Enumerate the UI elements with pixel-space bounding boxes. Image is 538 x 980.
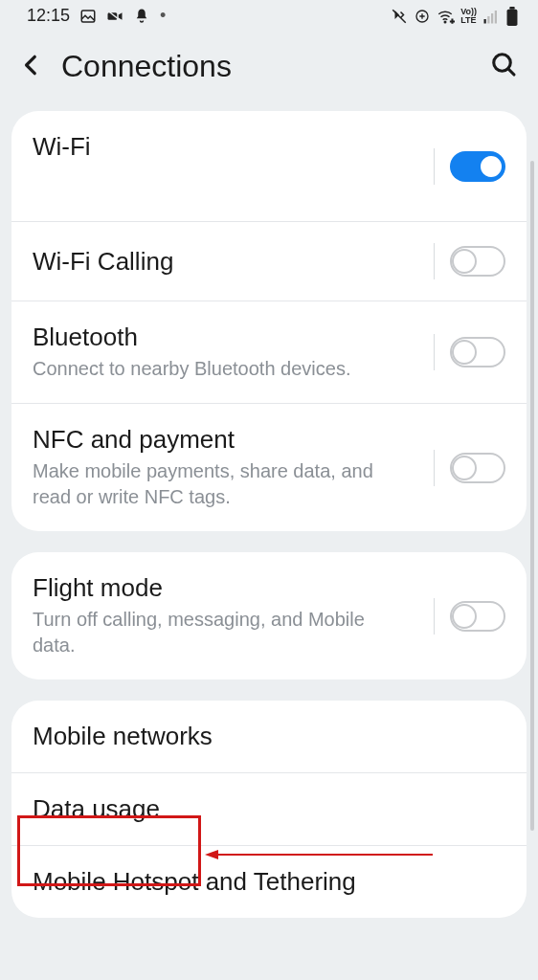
row-data-usage[interactable]: Data usage bbox=[11, 773, 527, 846]
divider bbox=[434, 334, 435, 370]
flight-mode-toggle[interactable] bbox=[450, 601, 505, 632]
row-title: Flight mode bbox=[33, 573, 411, 603]
video-off-icon bbox=[106, 8, 123, 25]
divider bbox=[434, 450, 435, 486]
settings-group-1: Wi-Fi Wi-Fi Calling Bluetooth Connect to… bbox=[11, 111, 527, 531]
row-subtitle: Connect to nearby Bluetooth devices. bbox=[33, 356, 411, 382]
row-title: Mobile networks bbox=[33, 722, 488, 751]
divider bbox=[434, 243, 435, 279]
wifi-icon: + bbox=[436, 8, 455, 25]
row-subtitle: Turn off calling, messaging, and Mobile … bbox=[33, 607, 411, 658]
settings-group-2: Flight mode Turn off calling, messaging,… bbox=[11, 552, 527, 679]
status-left: 12:15 • bbox=[27, 6, 166, 26]
svg-point-5 bbox=[444, 21, 446, 23]
svg-rect-9 bbox=[491, 13, 493, 24]
svg-rect-12 bbox=[507, 9, 518, 25]
signal-icon bbox=[482, 8, 500, 25]
row-title: Mobile Hotspot and Tethering bbox=[33, 867, 488, 897]
row-title: Bluetooth bbox=[33, 323, 411, 352]
picture-icon bbox=[79, 8, 97, 25]
page-header: Connections bbox=[0, 28, 538, 111]
status-right: + Vo)) LTE bbox=[390, 7, 519, 26]
svg-line-3 bbox=[392, 10, 406, 23]
row-bluetooth[interactable]: Bluetooth Connect to nearby Bluetooth de… bbox=[11, 301, 527, 404]
search-button[interactable] bbox=[490, 51, 519, 83]
row-title: NFC and payment bbox=[33, 425, 411, 455]
row-title: Wi-Fi Calling bbox=[33, 247, 411, 277]
row-mobile-networks[interactable]: Mobile networks bbox=[11, 701, 527, 773]
row-nfc[interactable]: NFC and payment Make mobile payments, sh… bbox=[11, 404, 527, 531]
nfc-toggle[interactable] bbox=[450, 453, 505, 483]
scrollbar[interactable] bbox=[530, 161, 534, 831]
settings-group-3: Mobile networks Data usage Mobile Hotspo… bbox=[11, 701, 527, 918]
dnd-icon bbox=[133, 8, 150, 25]
svg-line-14 bbox=[508, 68, 514, 74]
svg-text:+: + bbox=[450, 16, 455, 25]
svg-rect-8 bbox=[487, 16, 489, 24]
vibrate-icon bbox=[390, 8, 409, 25]
data-saver-icon bbox=[415, 8, 430, 25]
svg-rect-10 bbox=[495, 11, 497, 24]
divider bbox=[434, 148, 435, 185]
back-button[interactable] bbox=[19, 53, 44, 81]
bluetooth-toggle[interactable] bbox=[450, 337, 505, 368]
wifi-network-placeholder bbox=[33, 171, 281, 200]
row-wifi[interactable]: Wi-Fi bbox=[11, 111, 527, 222]
wifi-toggle[interactable] bbox=[450, 151, 505, 182]
row-wifi-calling[interactable]: Wi-Fi Calling bbox=[11, 222, 527, 301]
row-title: Wi-Fi bbox=[33, 132, 411, 162]
row-subtitle: Make mobile payments, share data, and re… bbox=[33, 458, 411, 510]
volte-icon: Vo)) LTE bbox=[460, 8, 477, 23]
battery-icon bbox=[505, 7, 519, 26]
wifi-calling-toggle[interactable] bbox=[450, 246, 505, 277]
divider bbox=[434, 598, 435, 635]
row-flight-mode[interactable]: Flight mode Turn off calling, messaging,… bbox=[11, 552, 527, 679]
status-bar: 12:15 • + Vo)) LTE bbox=[0, 0, 538, 28]
page-title: Connections bbox=[61, 49, 473, 84]
more-dot-icon: • bbox=[160, 6, 166, 26]
status-time: 12:15 bbox=[27, 6, 70, 26]
svg-rect-7 bbox=[484, 19, 486, 24]
row-title: Data usage bbox=[33, 794, 488, 824]
svg-rect-11 bbox=[509, 7, 514, 10]
row-hotspot[interactable]: Mobile Hotspot and Tethering bbox=[11, 846, 527, 918]
